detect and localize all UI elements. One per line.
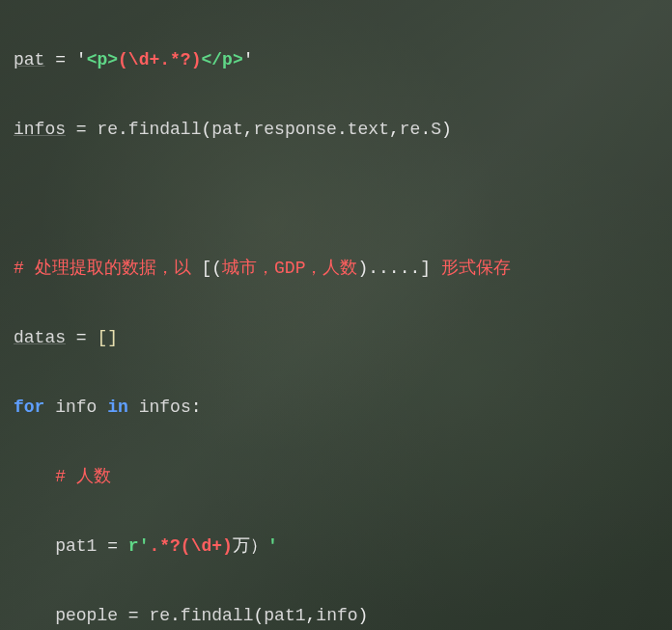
code-line-3-blank [14,181,658,216]
variable-datas: datas [14,328,66,347]
keyword-for: for [14,397,44,417]
code-line-7-comment: # 人数 [14,459,658,494]
variable-pat: pat [14,50,44,69]
code-block: pat = '<p>(\d+.*?)</p>' infos = re.finda… [0,0,672,630]
code-line-4-comment: # 处理提取的数据，以 [(城市，GDP，人数).....] 形式保存 [14,251,658,286]
code-line-6-for: for info in infos: [14,390,658,425]
variable-infos: infos [14,120,66,139]
code-line-1: pat = '<p>(\d+.*?)</p>' [14,42,658,77]
code-line-5: datas = [] [14,320,658,355]
code-line-9: people = re.findall(pat1,info) [14,598,658,630]
keyword-in: in [107,397,128,417]
code-line-8: pat1 = r'.*?(\d+)万）' [14,529,658,563]
code-line-2: infos = re.findall(pat,response.text,re.… [14,112,658,147]
